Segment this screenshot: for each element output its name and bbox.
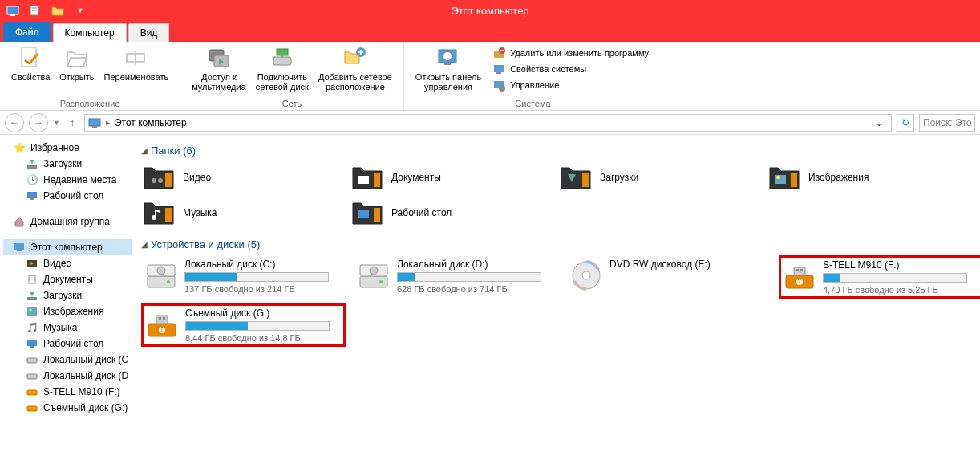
svg-rect-42	[27, 340, 37, 346]
svg-rect-62	[148, 276, 175, 287]
drive-usage-bar	[823, 273, 967, 283]
sidebar-recent[interactable]: 🕓Недавние места	[3, 172, 132, 188]
nav-forward-button[interactable]: →	[29, 113, 48, 132]
sidebar-local-d[interactable]: Локальный диск (D	[3, 368, 132, 384]
uninstall-icon	[492, 47, 505, 59]
svg-point-68	[379, 280, 383, 283]
tab-view[interactable]: Вид	[128, 23, 170, 42]
nav-back-button[interactable]: ←	[5, 113, 24, 132]
sidebar-this-pc[interactable]: Этот компьютер	[3, 239, 132, 255]
qat-properties-icon[interactable]	[27, 2, 43, 18]
qat-new-folder-icon[interactable]	[50, 2, 66, 18]
content-pane: ◢ Папки (6) ВидеоДокументыЗагрузкиИзобра…	[136, 135, 980, 456]
ribbon-properties-button[interactable]: Свойства	[6, 43, 55, 83]
ribbon-open-button[interactable]: Открыть	[55, 43, 99, 83]
sidebar-videos[interactable]: Видео	[3, 255, 132, 271]
sidebar-homegroup[interactable]: Домашняя группа	[3, 214, 132, 230]
folder-item[interactable]: Рабочий стол	[350, 197, 550, 229]
open-icon	[64, 45, 90, 71]
sidebar-desktop[interactable]: Рабочий стол	[3, 188, 132, 204]
chevron-right-icon[interactable]: ▸	[106, 118, 110, 127]
folder-item[interactable]: Загрузки	[558, 161, 759, 193]
document-icon	[26, 273, 38, 286]
ribbon-media-access-button[interactable]: Доступ кмультимедиа	[187, 43, 251, 93]
folder-item[interactable]: Изображения	[767, 161, 967, 193]
address-dropdown-icon[interactable]: ⌄	[870, 117, 888, 128]
svg-rect-37	[29, 275, 35, 283]
svg-rect-60	[374, 208, 380, 222]
sidebar-downloads2[interactable]: Загрузки	[3, 287, 132, 303]
svg-marker-39	[30, 292, 34, 296]
ribbon-control-panel-button[interactable]: Открыть панельуправления	[411, 43, 486, 93]
svg-point-69	[370, 267, 378, 275]
window-title: Этот компьютер	[451, 5, 528, 17]
ribbon-manage-button[interactable]: Управление	[489, 77, 652, 93]
usb-drive-icon	[145, 307, 179, 341]
map-drive-icon	[269, 45, 295, 71]
svg-point-57	[776, 176, 780, 179]
address-location[interactable]: Этот компьютер	[115, 117, 187, 128]
svg-point-50	[158, 178, 163, 183]
collapse-icon: ◢	[141, 146, 148, 155]
sidebar-downloads[interactable]: Загрузки	[3, 156, 132, 172]
tab-file[interactable]: Файл	[3, 22, 51, 42]
usb-drive-icon	[26, 401, 38, 414]
drive-item[interactable]: S-TELL M910 (F:)4,70 ГБ свободно из 5,25…	[779, 255, 980, 299]
folder-label: Загрузки	[600, 172, 638, 183]
address-bar[interactable]: ▸ Этот компьютер ⌄	[84, 114, 892, 132]
search-input[interactable]: Поиск: Это	[919, 114, 975, 132]
svg-rect-0	[7, 6, 18, 14]
ribbon-rename-button[interactable]: Переименовать	[99, 43, 174, 83]
svg-rect-31	[27, 192, 37, 198]
dvd-drive-icon	[569, 259, 603, 292]
main-area: ⭐Избранное Загрузки 🕓Недавние места Рабо…	[0, 135, 980, 456]
folder-item[interactable]: Видео	[141, 161, 342, 193]
drive-item[interactable]: Локальный диск (D:)628 ГБ свободно из 71…	[354, 255, 558, 299]
sidebar-stell[interactable]: S-TELL M910 (F:)	[3, 384, 132, 400]
folder-item[interactable]: Документы	[350, 161, 550, 193]
drive-name: Съемный диск (G:)	[185, 307, 342, 319]
pc-icon	[13, 241, 26, 254]
svg-rect-34	[17, 250, 22, 251]
section-folders-header[interactable]: ◢ Папки (6)	[141, 145, 975, 157]
sidebar-favorites[interactable]: ⭐Избранное	[3, 140, 132, 156]
nav-up-button[interactable]: ↑	[65, 116, 79, 130]
qat-system-icon[interactable]	[5, 2, 21, 18]
sidebar-removable-g[interactable]: Съемный диск (G:)	[3, 400, 132, 416]
sidebar-documents[interactable]: Документы	[3, 271, 132, 287]
svg-rect-53	[582, 173, 589, 187]
usb-drive-icon	[783, 259, 816, 293]
svg-rect-28	[92, 126, 97, 128]
refresh-button[interactable]: ↻	[897, 114, 914, 132]
svg-point-49	[152, 178, 156, 183]
svg-rect-80	[163, 317, 165, 320]
qat-dropdown-icon[interactable]: ▼	[72, 2, 88, 18]
hdd-drive-icon	[357, 259, 391, 292]
drive-item[interactable]: Локальный диск (C:)137 ГБ свободно из 21…	[141, 255, 346, 299]
ribbon-map-drive-button[interactable]: Подключитьсетевой диск	[251, 43, 314, 93]
folder-item[interactable]: Музыка	[141, 197, 342, 229]
folders-grid: ВидеоДокументыЗагрузкиИзображенияМузыкаР…	[141, 161, 975, 229]
nav-history-dropdown[interactable]: ▼	[53, 119, 60, 127]
media-access-icon	[206, 45, 232, 71]
sidebar-music[interactable]: 🎵Музыка	[3, 320, 132, 336]
sidebar-pictures[interactable]: Изображения	[3, 303, 132, 320]
ribbon-system-props-button[interactable]: Свойства системы	[489, 61, 652, 77]
tab-computer[interactable]: Компьютер	[53, 23, 127, 42]
drive-item[interactable]: Съемный диск (G:)8,44 ГБ свободно из 14,…	[141, 303, 346, 347]
svg-rect-27	[89, 119, 100, 126]
ribbon-uninstall-button[interactable]: Удалить или изменить программу	[489, 45, 652, 61]
ribbon-group-location-label: Расположение	[60, 99, 120, 110]
nav-bar: ← → ▼ ↑ ▸ Этот компьютер ⌄ ↻ Поиск: Это	[0, 111, 980, 135]
control-panel-icon	[435, 45, 461, 71]
ribbon: Свойства Открыть Переименовать Расположе…	[0, 42, 980, 111]
sidebar-desktop2[interactable]: Рабочий стол	[3, 336, 132, 352]
svg-rect-23	[494, 65, 504, 72]
folder-icon	[143, 198, 175, 227]
sidebar-local-c[interactable]: Локальный диск (C	[3, 352, 132, 368]
drive-item[interactable]: DVD RW дисковод (E:)	[566, 255, 771, 299]
section-drives-header[interactable]: ◢ Устройства и диски (5)	[141, 238, 975, 250]
pc-icon	[88, 116, 101, 129]
ribbon-add-network-button[interactable]: Добавить сетевоерасположение	[314, 43, 397, 93]
svg-rect-19	[444, 63, 451, 65]
